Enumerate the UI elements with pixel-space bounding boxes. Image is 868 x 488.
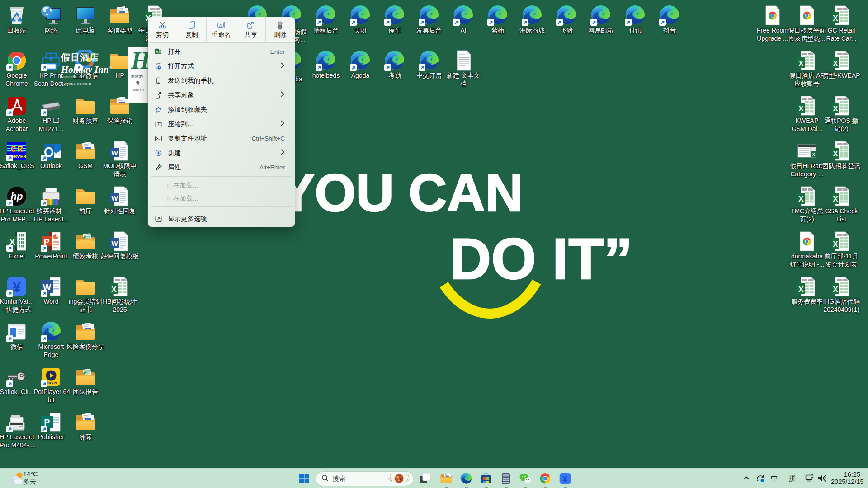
svg-text:A: A <box>219 23 222 28</box>
svg-text:X: X <box>156 49 158 53</box>
